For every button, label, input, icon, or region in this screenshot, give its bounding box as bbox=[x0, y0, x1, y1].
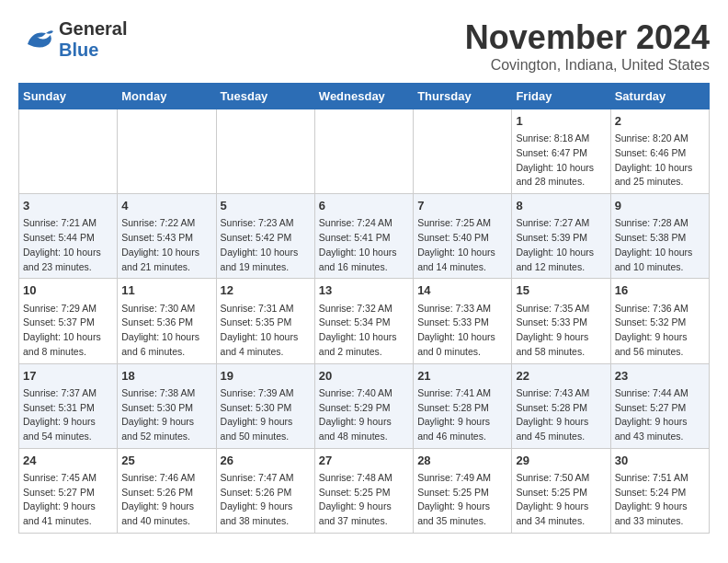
weekday-saturday: Saturday bbox=[610, 84, 709, 109]
day-info: Sunrise: 7:24 AMSunset: 5:41 PMDaylight:… bbox=[319, 216, 409, 274]
calendar-cell: 19Sunrise: 7:39 AMSunset: 5:30 PMDayligh… bbox=[216, 363, 314, 448]
day-number: 17 bbox=[23, 368, 113, 385]
calendar-cell: 9Sunrise: 7:28 AMSunset: 5:38 PMDaylight… bbox=[610, 194, 709, 279]
calendar-cell: 5Sunrise: 7:23 AMSunset: 5:42 PMDaylight… bbox=[216, 194, 314, 279]
calendar-cell: 4Sunrise: 7:22 AMSunset: 5:43 PMDaylight… bbox=[118, 194, 216, 279]
day-number: 14 bbox=[417, 282, 507, 299]
calendar-cell: 11Sunrise: 7:30 AMSunset: 5:36 PMDayligh… bbox=[118, 279, 216, 363]
day-number: 3 bbox=[23, 198, 113, 214]
week-row-4: 17Sunrise: 7:37 AMSunset: 5:31 PMDayligh… bbox=[19, 363, 710, 448]
day-info: Sunrise: 7:32 AMSunset: 5:34 PMDaylight:… bbox=[319, 302, 409, 360]
day-info: Sunrise: 7:39 AMSunset: 5:30 PMDaylight:… bbox=[221, 386, 311, 444]
week-row-2: 3Sunrise: 7:21 AMSunset: 5:44 PMDaylight… bbox=[19, 194, 710, 279]
calendar-cell: 10Sunrise: 7:29 AMSunset: 5:37 PMDayligh… bbox=[19, 279, 118, 363]
calendar-cell: 1Sunrise: 8:18 AMSunset: 6:47 PMDaylight… bbox=[512, 109, 610, 194]
calendar-cell: 24Sunrise: 7:45 AMSunset: 5:27 PMDayligh… bbox=[19, 448, 118, 533]
day-info: Sunrise: 7:44 AMSunset: 5:27 PMDaylight:… bbox=[615, 386, 705, 444]
day-number: 5 bbox=[221, 198, 311, 214]
calendar-cell: 13Sunrise: 7:32 AMSunset: 5:34 PMDayligh… bbox=[314, 279, 413, 363]
title-area: November 2024 Covington, Indiana, United… bbox=[465, 18, 710, 74]
page-header: General Blue November 2024 Covington, In… bbox=[18, 18, 710, 74]
location-title: Covington, Indiana, United States bbox=[465, 57, 710, 74]
day-number: 12 bbox=[221, 282, 311, 299]
day-info: Sunrise: 7:36 AMSunset: 5:32 PMDaylight:… bbox=[615, 302, 705, 360]
day-info: Sunrise: 7:33 AMSunset: 5:33 PMDaylight:… bbox=[417, 302, 507, 360]
day-number: 25 bbox=[121, 453, 211, 469]
day-number: 29 bbox=[516, 453, 606, 469]
day-number: 23 bbox=[615, 368, 705, 385]
calendar-cell bbox=[414, 109, 512, 194]
day-info: Sunrise: 7:45 AMSunset: 5:27 PMDaylight:… bbox=[23, 471, 113, 529]
week-row-3: 10Sunrise: 7:29 AMSunset: 5:37 PMDayligh… bbox=[19, 279, 710, 363]
calendar-table: SundayMondayTuesdayWednesdayThursdayFrid… bbox=[18, 83, 710, 534]
calendar-cell: 22Sunrise: 7:43 AMSunset: 5:28 PMDayligh… bbox=[512, 363, 610, 448]
day-number: 1 bbox=[516, 113, 606, 130]
logo-blue: Blue bbox=[59, 40, 98, 60]
day-info: Sunrise: 7:23 AMSunset: 5:42 PMDaylight:… bbox=[221, 216, 311, 274]
day-info: Sunrise: 8:18 AMSunset: 6:47 PMDaylight:… bbox=[516, 132, 606, 190]
day-number: 20 bbox=[319, 368, 409, 385]
day-info: Sunrise: 7:43 AMSunset: 5:28 PMDaylight:… bbox=[516, 386, 606, 444]
calendar-cell: 30Sunrise: 7:51 AMSunset: 5:24 PMDayligh… bbox=[610, 448, 709, 533]
calendar-cell bbox=[314, 109, 413, 194]
day-number: 7 bbox=[417, 198, 507, 214]
calendar-cell bbox=[118, 109, 216, 194]
calendar-cell: 29Sunrise: 7:50 AMSunset: 5:25 PMDayligh… bbox=[512, 448, 610, 533]
calendar-cell: 8Sunrise: 7:27 AMSunset: 5:39 PMDaylight… bbox=[512, 194, 610, 279]
bird-icon bbox=[18, 26, 55, 53]
calendar-body: 1Sunrise: 8:18 AMSunset: 6:47 PMDaylight… bbox=[19, 109, 710, 534]
day-number: 22 bbox=[516, 368, 606, 385]
day-info: Sunrise: 7:49 AMSunset: 5:25 PMDaylight:… bbox=[417, 471, 507, 529]
day-number: 11 bbox=[121, 282, 211, 299]
calendar-cell: 16Sunrise: 7:36 AMSunset: 5:32 PMDayligh… bbox=[610, 279, 709, 363]
calendar-cell: 23Sunrise: 7:44 AMSunset: 5:27 PMDayligh… bbox=[610, 363, 709, 448]
day-number: 15 bbox=[516, 282, 606, 299]
calendar-cell: 3Sunrise: 7:21 AMSunset: 5:44 PMDaylight… bbox=[19, 194, 118, 279]
calendar-cell: 20Sunrise: 7:40 AMSunset: 5:29 PMDayligh… bbox=[314, 363, 413, 448]
day-number: 10 bbox=[23, 282, 113, 299]
day-info: Sunrise: 7:22 AMSunset: 5:43 PMDaylight:… bbox=[121, 216, 211, 274]
day-number: 9 bbox=[615, 198, 705, 214]
day-number: 30 bbox=[615, 453, 705, 469]
day-info: Sunrise: 7:37 AMSunset: 5:31 PMDaylight:… bbox=[23, 386, 113, 444]
day-info: Sunrise: 7:47 AMSunset: 5:26 PMDaylight:… bbox=[221, 471, 311, 529]
day-info: Sunrise: 7:51 AMSunset: 5:24 PMDaylight:… bbox=[615, 471, 705, 529]
day-info: Sunrise: 7:41 AMSunset: 5:28 PMDaylight:… bbox=[417, 386, 507, 444]
weekday-monday: Monday bbox=[118, 84, 216, 109]
day-number: 4 bbox=[121, 198, 211, 214]
weekday-header-row: SundayMondayTuesdayWednesdayThursdayFrid… bbox=[19, 84, 710, 109]
month-title: November 2024 bbox=[465, 18, 710, 57]
day-number: 27 bbox=[319, 453, 409, 469]
day-info: Sunrise: 7:28 AMSunset: 5:38 PMDaylight:… bbox=[615, 216, 705, 274]
logo: General Blue bbox=[18, 18, 127, 61]
day-number: 26 bbox=[221, 453, 311, 469]
day-number: 21 bbox=[417, 368, 507, 385]
day-number: 16 bbox=[615, 282, 705, 299]
calendar-cell: 28Sunrise: 7:49 AMSunset: 5:25 PMDayligh… bbox=[414, 448, 512, 533]
day-info: Sunrise: 7:27 AMSunset: 5:39 PMDaylight:… bbox=[516, 216, 606, 274]
calendar-cell: 26Sunrise: 7:47 AMSunset: 5:26 PMDayligh… bbox=[216, 448, 314, 533]
day-info: Sunrise: 7:25 AMSunset: 5:40 PMDaylight:… bbox=[417, 216, 507, 274]
week-row-1: 1Sunrise: 8:18 AMSunset: 6:47 PMDaylight… bbox=[19, 109, 710, 194]
day-number: 24 bbox=[23, 453, 113, 469]
day-number: 18 bbox=[121, 368, 211, 385]
calendar-cell: 27Sunrise: 7:48 AMSunset: 5:25 PMDayligh… bbox=[314, 448, 413, 533]
day-info: Sunrise: 7:38 AMSunset: 5:30 PMDaylight:… bbox=[121, 386, 211, 444]
day-number: 19 bbox=[221, 368, 311, 385]
calendar-cell bbox=[19, 109, 118, 194]
weekday-tuesday: Tuesday bbox=[216, 84, 314, 109]
logo-general: General bbox=[59, 18, 127, 39]
calendar-cell bbox=[216, 109, 314, 194]
calendar-cell: 2Sunrise: 8:20 AMSunset: 6:46 PMDaylight… bbox=[610, 109, 709, 194]
day-info: Sunrise: 8:20 AMSunset: 6:46 PMDaylight:… bbox=[615, 132, 705, 190]
day-number: 8 bbox=[516, 198, 606, 214]
day-number: 2 bbox=[615, 113, 705, 130]
day-info: Sunrise: 7:35 AMSunset: 5:33 PMDaylight:… bbox=[516, 302, 606, 360]
day-info: Sunrise: 7:29 AMSunset: 5:37 PMDaylight:… bbox=[23, 302, 113, 360]
calendar-cell: 18Sunrise: 7:38 AMSunset: 5:30 PMDayligh… bbox=[118, 363, 216, 448]
calendar-cell: 15Sunrise: 7:35 AMSunset: 5:33 PMDayligh… bbox=[512, 279, 610, 363]
day-number: 28 bbox=[417, 453, 507, 469]
weekday-friday: Friday bbox=[512, 84, 610, 109]
calendar-cell: 25Sunrise: 7:46 AMSunset: 5:26 PMDayligh… bbox=[118, 448, 216, 533]
day-number: 13 bbox=[319, 282, 409, 299]
